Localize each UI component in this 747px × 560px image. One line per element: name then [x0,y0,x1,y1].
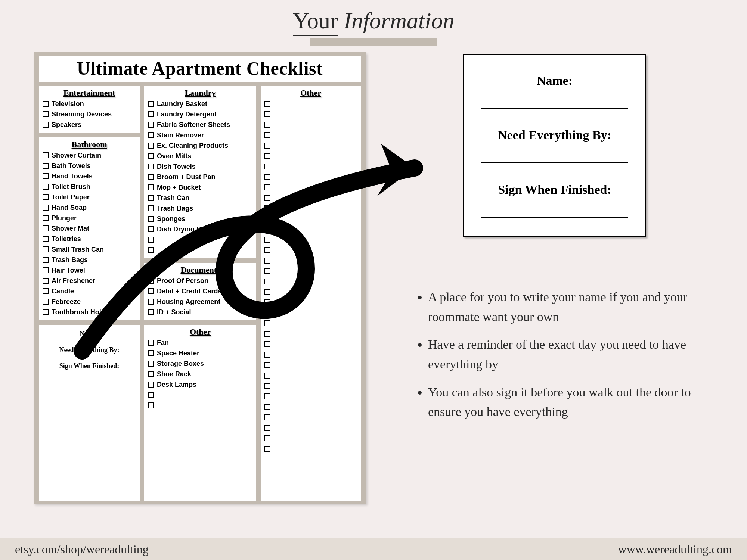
checklist-item-label: Oven Mitts [157,152,191,160]
checkbox-icon[interactable] [43,205,49,211]
checkbox-icon[interactable] [264,362,270,368]
section-laundry: Laundry Laundry BasketLaundry DetergentF… [144,86,256,258]
checkbox-icon[interactable] [264,414,270,420]
checkbox-icon[interactable] [264,164,270,169]
checkbox-icon[interactable] [148,153,154,159]
checkbox-icon[interactable] [148,299,154,305]
checkbox-icon[interactable] [148,174,154,180]
section-title: Bathroom [43,140,136,149]
checkbox-icon[interactable] [148,288,154,294]
checklist-item [148,391,252,399]
checkbox-icon[interactable] [264,352,270,358]
checklist-item-label: Bath Towels [52,162,91,170]
checklist-item: Television [43,99,136,108]
checkbox-icon[interactable] [148,392,154,398]
checkbox-icon[interactable] [43,184,49,190]
checkbox-icon[interactable] [43,173,49,179]
info-card: Name: Need Everything By: Sign When Fini… [463,54,646,237]
checkbox-icon[interactable] [43,299,49,305]
checkbox-icon[interactable] [264,446,270,452]
checklist-item [264,444,357,453]
checkbox-icon[interactable] [43,246,49,252]
checkbox-icon[interactable] [148,195,154,201]
checkbox-icon[interactable] [43,225,49,231]
checkbox-icon[interactable] [264,383,270,389]
checklist-item: Fan [148,338,252,347]
checkbox-icon[interactable] [264,226,270,232]
checkbox-icon[interactable] [148,382,154,388]
checkbox-icon[interactable] [264,111,270,117]
checkbox-icon[interactable] [148,101,154,107]
checkbox-icon[interactable] [43,122,49,128]
checkbox-icon[interactable] [148,226,154,232]
checkbox-icon[interactable] [148,143,154,149]
checkbox-icon[interactable] [43,111,49,117]
checkbox-icon[interactable] [148,237,154,243]
checkbox-icon[interactable] [264,435,270,441]
checkbox-icon[interactable] [148,371,154,377]
checkbox-icon[interactable] [148,402,154,408]
checkbox-icon[interactable] [264,195,270,201]
checklist-item [264,319,357,328]
checklist-item-label: Toilet Brush [52,183,90,191]
checkbox-icon[interactable] [264,373,270,379]
checkbox-icon[interactable] [264,122,270,128]
title-accent-bar [310,38,437,46]
checkbox-icon[interactable] [43,278,49,284]
checkbox-icon[interactable] [264,174,270,180]
checkbox-icon[interactable] [43,101,49,107]
checkbox-icon[interactable] [264,132,270,138]
checkbox-icon[interactable] [148,340,154,346]
checkbox-icon[interactable] [264,320,270,326]
checklist-item: Trash Bags [148,204,252,213]
checkbox-icon[interactable] [264,258,270,264]
checkbox-icon[interactable] [264,404,270,410]
checklist-item [264,152,357,161]
checkbox-icon[interactable] [264,299,270,305]
checkbox-icon[interactable] [264,425,270,431]
checkbox-icon[interactable] [264,310,270,316]
checkbox-icon[interactable] [264,289,270,295]
checklist-item-label: Storage Boxes [157,360,204,368]
checkbox-icon[interactable] [148,132,154,138]
checkbox-icon[interactable] [264,279,270,284]
checkbox-icon[interactable] [43,215,49,221]
checkbox-icon[interactable] [264,143,270,149]
checkbox-icon[interactable] [148,309,154,315]
checkbox-icon[interactable] [43,309,49,315]
checkbox-icon[interactable] [148,350,154,356]
checkbox-icon[interactable] [264,331,270,337]
checkbox-icon[interactable] [43,267,49,273]
checkbox-icon[interactable] [264,247,270,253]
checkbox-icon[interactable] [264,268,270,274]
checkbox-icon[interactable] [264,216,270,222]
checkbox-icon[interactable] [264,205,270,211]
checklist-item: Shower Curtain [43,151,136,160]
checklist-item: Housing Agreement [148,297,252,306]
checklist-item: Broom + Dust Pan [148,172,252,181]
checkbox-icon[interactable] [264,393,270,399]
checkbox-icon[interactable] [264,101,270,107]
checkbox-icon[interactable] [264,237,270,243]
checkbox-icon[interactable] [148,122,154,128]
checkbox-icon[interactable] [43,152,49,158]
checkbox-icon[interactable] [148,247,154,253]
checkbox-icon[interactable] [148,205,154,211]
checkbox-icon[interactable] [43,163,49,169]
checkbox-icon[interactable] [43,288,49,294]
checkbox-icon[interactable] [43,194,49,200]
checkbox-icon[interactable] [148,361,154,367]
checkbox-icon[interactable] [148,278,154,284]
checkbox-icon[interactable] [264,184,270,190]
checkbox-icon[interactable] [148,184,154,190]
checkbox-icon[interactable] [264,341,270,347]
checklist-item: Hair Towel [43,266,136,275]
checklist-item: ID + Social [148,308,252,317]
checkbox-icon[interactable] [43,257,49,263]
checkbox-icon[interactable] [43,236,49,242]
checkbox-icon[interactable] [148,216,154,222]
checkbox-icon[interactable] [148,164,154,169]
section-documents: Documents Proof Of PersonDebit + Credit … [144,263,256,320]
checkbox-icon[interactable] [148,111,154,117]
checkbox-icon[interactable] [264,153,270,159]
